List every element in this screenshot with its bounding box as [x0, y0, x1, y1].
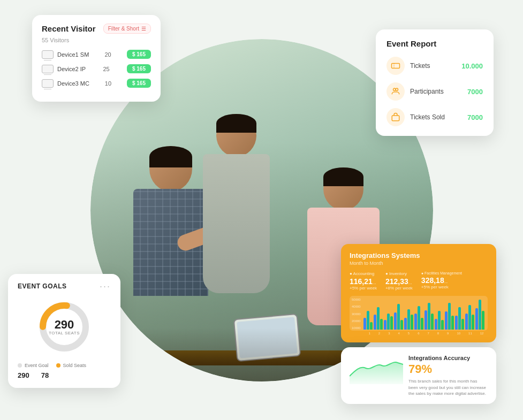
device-2-icon	[42, 65, 54, 73]
filter-label: Filter & Short	[108, 26, 139, 32]
device-3-info: Device3 MC	[42, 79, 89, 88]
tickets-sold-value: 7000	[467, 113, 483, 121]
donut-number: 290	[49, 319, 80, 331]
metric-accounting-change: +5% per week	[350, 286, 377, 291]
goals-val-78: 78	[41, 371, 49, 379]
event-goals-card: EVENT GOALS ··· 290 TOTAL SEATS Event Go…	[8, 274, 120, 388]
event-ticketssold-row: Tickets Sold 7000	[386, 108, 483, 126]
legend-label-sold: Sold Seats	[63, 363, 87, 368]
recent-visitor-title: Recent Visitor	[42, 24, 96, 33]
svg-rect-0	[392, 64, 400, 68]
filter-icon: ☰	[141, 26, 146, 32]
svg-point-3	[396, 88, 398, 91]
integration-systems-card: Integrations Systems Month to Month ● Ac…	[341, 244, 496, 342]
device-2-num: 25	[102, 66, 111, 72]
visitor-row-3: Device3 MC 10 $ 165	[42, 79, 151, 88]
event-report-card: Event Report Tickets 10.000 Participant	[376, 29, 494, 136]
visitor-row-2: Device2 IP 25 $ 165	[42, 64, 151, 73]
device-3-name: Device3 MC	[57, 80, 89, 87]
metric-facilities-change: +5% per week	[421, 285, 462, 289]
tickets-sold-label: Tickets Sold	[410, 113, 445, 121]
tickets-label: Tickets	[410, 62, 430, 70]
metric-inventory-value: 212,33...	[385, 277, 413, 286]
integration-accuracy-card: Integrations Accuracy 79% This branch sa…	[341, 347, 496, 404]
accuracy-text-area: Integrations Accuracy 79% This branch sa…	[408, 355, 488, 396]
goals-values: 290 78	[18, 371, 111, 379]
goals-header: EVENT GOALS ···	[18, 282, 111, 290]
donut-label: TOTAL SEATS	[49, 331, 80, 335]
donut-chart-container: 290 TOTAL SEATS	[18, 297, 111, 356]
metric-inventory-label: ● Inventory	[385, 271, 413, 276]
participants-label: Participants	[410, 88, 444, 95]
device-1-num: 20	[103, 51, 113, 58]
legend-sold-seats: Sold Seats	[56, 363, 87, 368]
goals-val-290: 290	[18, 371, 29, 379]
event-report-title: Event Report	[386, 39, 483, 48]
legend-event-goal: Event Goal	[18, 363, 49, 368]
svg-rect-4	[392, 116, 399, 121]
goals-title: EVENT GOALS	[18, 282, 67, 290]
device-2-name: Device2 IP	[57, 66, 86, 72]
goals-legend: Event Goal Sold Seats	[18, 363, 111, 368]
accuracy-percent: 79%	[408, 362, 488, 376]
integration-systems-subtitle: Month to Month	[350, 261, 488, 266]
donut-center: 290 TOTAL SEATS	[49, 319, 80, 335]
tickets-sold-icon	[386, 108, 405, 126]
metric-inventory: ● Inventory 212,33... +8% per week	[385, 271, 413, 291]
metric-accounting-value: 116,21...	[350, 277, 377, 286]
device-1-icon	[42, 50, 54, 59]
goals-menu-dots[interactable]: ···	[100, 284, 111, 289]
device-2-info: Device2 IP	[42, 65, 86, 73]
integration-metrics: ● Accounting 116,21... +5% per week ● In…	[350, 271, 488, 291]
recent-visitor-card: Recent Visitor Filter & Short ☰ 55 Visit…	[32, 15, 161, 102]
metric-accounting: ● Accounting 116,21... +5% per week	[350, 271, 377, 291]
filter-short-button[interactable]: Filter & Short ☰	[103, 24, 151, 34]
event-participants-row: Participants 7000	[386, 82, 483, 101]
metric-facilities: ● Facilities Management 328,18... +5% pe…	[421, 271, 462, 291]
event-tickets-row: Tickets 10.000	[386, 57, 483, 75]
integration-systems-title: Integrations Systems	[350, 251, 488, 259]
device-2-price: $ 165	[127, 64, 151, 73]
metric-facilities-value: 328,18...	[421, 276, 462, 285]
device-1-info: Device1 SM	[42, 50, 89, 59]
accuracy-wave-chart	[350, 355, 403, 384]
legend-label-goal: Event Goal	[25, 363, 49, 368]
participants-value: 7000	[467, 88, 483, 96]
integration-bar-chart: 50000 40000 30000 20000 10000	[350, 296, 488, 331]
legend-dot-sold	[56, 363, 60, 368]
accuracy-content: Integrations Accuracy 79% This branch sa…	[350, 355, 488, 396]
visitor-row-1: Device1 SM 20 $ 165	[42, 50, 151, 59]
metric-inventory-change: +8% per week	[385, 286, 413, 291]
accuracy-description: This branch sales for this month has bee…	[408, 378, 488, 396]
device-3-num: 10	[103, 80, 113, 87]
wave-svg	[350, 355, 403, 384]
participants-icon	[386, 82, 405, 101]
metric-accounting-label: ● Accounting	[350, 271, 377, 276]
device-1-price: $ 165	[127, 50, 151, 59]
device-3-price: $ 165	[127, 79, 151, 88]
device-3-icon	[42, 79, 54, 88]
metric-facilities-label: ● Facilities Management	[421, 271, 462, 275]
accuracy-title: Integrations Accuracy	[408, 355, 488, 361]
tickets-icon	[386, 57, 405, 75]
recent-visitor-header: Recent Visitor Filter & Short ☰	[42, 24, 151, 34]
visitors-count: 55 Visitors	[42, 37, 151, 43]
legend-dot-goal	[18, 363, 22, 368]
tickets-value: 10.000	[461, 62, 483, 70]
device-1-name: Device1 SM	[57, 51, 89, 58]
